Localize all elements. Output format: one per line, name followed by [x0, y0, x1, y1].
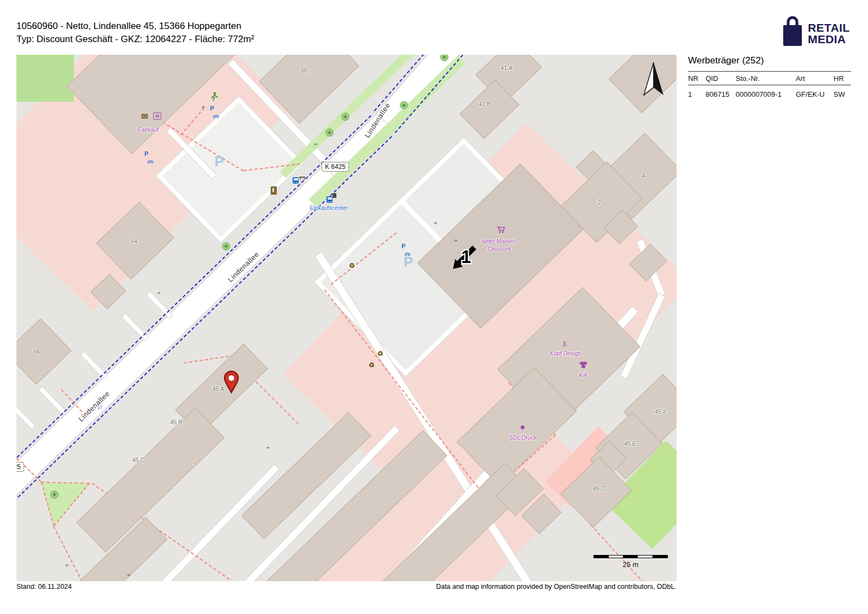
- poi-label: KiK: [579, 372, 588, 378]
- landuse-zone: [16, 55, 74, 102]
- building-label: 41 A: [500, 65, 512, 71]
- road: [80, 351, 108, 379]
- logo-line1: RETAIL: [808, 22, 850, 33]
- road-ref-badge: K 6425: [16, 462, 24, 472]
- tree-core: [344, 115, 347, 118]
- tree-icon: [50, 490, 59, 499]
- parking-icon: P: [404, 254, 413, 271]
- building-label: 66: [33, 348, 40, 355]
- table-cell: SW: [834, 85, 851, 101]
- tree-core: [328, 131, 331, 134]
- footpath-dashes: [251, 377, 298, 424]
- waste-basket-icon: [333, 193, 336, 198]
- footpath-dashes: [53, 526, 83, 581]
- bus-window: [328, 197, 332, 200]
- scale-bar-segment: [638, 555, 653, 558]
- werbetraeger-table: NRQIDSto.-Nr.ArtHR 18067150000007009-1GF…: [688, 71, 851, 101]
- poi-dot-icon: [521, 425, 525, 429]
- column-header: Sto.-Nr.: [736, 72, 796, 85]
- logo-line2: MEDIA: [808, 33, 850, 45]
- hairdresser-icon: ✂: [561, 341, 569, 347]
- bicycle-parking-icon: P: [401, 243, 410, 252]
- table-row: 18067150000007009-1GF/EK-USW: [688, 85, 851, 101]
- tree-core: [53, 493, 56, 496]
- bicycle-parking-icon: P: [210, 105, 219, 114]
- tree-core: [443, 56, 446, 59]
- building-label: 56: [301, 67, 307, 73]
- logo-text: RETAIL MEDIA: [808, 22, 850, 45]
- building-label: 45 D: [592, 485, 605, 492]
- building-label: 2: [598, 199, 601, 206]
- bus-wheel: [328, 201, 329, 202]
- building-label: 45 E: [624, 440, 637, 447]
- column-header: QID: [706, 72, 736, 85]
- recycling-icon: ♻: [377, 350, 383, 358]
- stand-date: Stand: 06.11.2024: [16, 583, 72, 590]
- vending-panel: [272, 188, 274, 192]
- tree-icon: [325, 128, 334, 137]
- road: [16, 401, 36, 430]
- table-cell: 1: [688, 85, 706, 101]
- road: [121, 313, 149, 341]
- building-label: 41 B: [479, 101, 491, 107]
- building-label: 45 C: [132, 457, 144, 463]
- poi-label: Fairkauf: [138, 126, 159, 133]
- building-label: 45 F: [655, 408, 667, 415]
- bus-stop-icon: [293, 177, 299, 184]
- svg-text:1: 1: [461, 247, 471, 267]
- tree-icon: [222, 242, 230, 250]
- gate-icon: ≠: [156, 290, 162, 296]
- tree-core: [225, 245, 228, 248]
- report-title: 10560960 - Netto, Lindenallee 45, 15366 …: [16, 20, 254, 33]
- bus-window: [294, 178, 298, 180]
- building-label: 4: [642, 172, 645, 179]
- bus-wheel: [294, 182, 295, 183]
- north-arrow-icon: [641, 60, 666, 101]
- werbetraeger-panel: Werbeträger (252) NRQIDSto.-Nr.ArtHR 180…: [688, 55, 851, 101]
- bicycle-glyph: [213, 110, 219, 120]
- column-header: HR: [834, 72, 851, 85]
- poi-label: Einkaufscenter: [310, 204, 347, 211]
- bus-wheel: [330, 201, 331, 202]
- tree-core: [403, 104, 405, 107]
- poi-label: Netto Marken-: [481, 238, 518, 244]
- map: ≠≠≠≠≠≠≠≠5641 A41 B42646645 A45 B45 C45 D…: [16, 55, 677, 581]
- report-subtitle: Typ: Discount Geschäft - GKZ: 12064227 -…: [16, 33, 254, 46]
- bus-wheel: [296, 182, 298, 183]
- road: [146, 291, 173, 319]
- tree-icon: [341, 113, 349, 121]
- table-cell: 0000007009-1: [736, 85, 796, 101]
- table-header-row: NRQIDSto.-Nr.ArtHR: [688, 72, 851, 85]
- scale-bar-segment: [609, 555, 623, 558]
- poi-label: SDL Druck: [509, 434, 537, 441]
- shopping-bag-icon: [782, 14, 803, 46]
- building: [16, 318, 72, 385]
- post-box-icon: ✉: [141, 112, 148, 120]
- scale-bar: [593, 555, 668, 558]
- building-label: 64: [131, 238, 137, 244]
- table-cell: 806715: [706, 85, 736, 101]
- table-cell: GF/EK-U: [796, 85, 834, 101]
- column-header: NR: [688, 72, 706, 85]
- bicycle-glyph: [147, 156, 154, 166]
- recycling-icon: ♻: [369, 361, 375, 369]
- location-pin-icon: [223, 371, 240, 396]
- building-label: 45 A: [212, 385, 224, 392]
- panel-title: Werbeträger (252): [688, 55, 851, 66]
- shopping-cart-icon: [497, 226, 506, 236]
- poi-label: Discount: [488, 245, 511, 252]
- fitness-icon: [211, 92, 218, 103]
- gate-icon: ≠: [265, 445, 271, 451]
- column-header: Art: [796, 72, 834, 85]
- vending-machine-icon: [271, 186, 277, 195]
- convenience-store-icon: 99: [153, 113, 161, 120]
- bus-stop-icon: [327, 196, 333, 203]
- gate-icon: ≠: [64, 563, 70, 569]
- building-label: 45 B: [170, 419, 183, 425]
- clothes-shop-icon: [579, 361, 588, 371]
- recycling-icon: ♻: [349, 262, 355, 270]
- road-ref-badge: K 6425: [322, 162, 349, 172]
- bench-icon: [299, 173, 306, 183]
- parking-icon: P: [214, 153, 224, 170]
- bicycle-parking-icon: P: [144, 150, 153, 160]
